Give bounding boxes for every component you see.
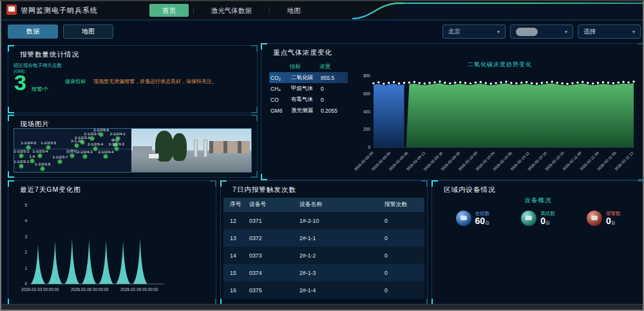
sensor-dot[interactable]: 1-1/2/3-8: [40, 166, 45, 171]
table-row[interactable]: 1503742#-1-30: [223, 264, 424, 281]
sensor-dot[interactable]: 1-1/2/3-2: [19, 153, 24, 158]
data-button[interactable]: 数据: [8, 24, 58, 39]
sensor-dot[interactable]: 1-1/2/3-1: [19, 164, 24, 169]
table-cell: 0373: [249, 252, 299, 259]
gas-table-row[interactable]: CH₄甲烷气体0: [269, 83, 348, 94]
device-overview-label: 设备概况: [432, 196, 644, 205]
region-select[interactable]: 北京 ▾: [442, 24, 506, 39]
device-stat: 报警数0台: [587, 211, 621, 227]
gate-pillar: [194, 140, 198, 157]
sensor-dot-label: 2-1/2/4-3: [77, 150, 93, 154]
device-icon: [587, 211, 602, 226]
map-button[interactable]: 地图: [63, 24, 113, 39]
svg-text:2026-02-09 00:00:00: 2026-02-09 00:00:00: [120, 287, 158, 292]
building-left: [133, 146, 152, 153]
gm-chart-title: 最近7天GM变化图: [20, 185, 81, 194]
table-cell: 16: [230, 287, 249, 294]
tab-laser-gas-data[interactable]: 激光气体数据: [198, 4, 265, 17]
window-footer-bar: [1, 304, 643, 310]
app-logo-icon: [6, 5, 17, 15]
gas-table-row[interactable]: GM6激光侧漏0.2055: [269, 105, 348, 116]
gate-pillar: [204, 140, 207, 157]
gas-cell: CH₄: [270, 86, 291, 92]
sensor-dot-label: 2-1/2/3-3: [109, 142, 124, 146]
sensor-dot[interactable]: 2-1/2/3-3: [114, 146, 119, 151]
svg-text:800: 800: [363, 73, 370, 78]
table-cell: 0: [384, 270, 424, 276]
sensor-dot[interactable]: 2-1/2/4-4: [103, 154, 108, 159]
stat-value: 60台: [475, 216, 490, 227]
sensor-dot-label: 2-1/2/4-1: [110, 132, 126, 136]
sensor-dot-label: 2-1/2/4-4: [98, 150, 113, 154]
device-stat: 离线数0台: [521, 211, 555, 227]
tree: [172, 133, 186, 161]
chevron-down-icon: ▾: [632, 29, 635, 35]
alarm-count-unit: 报警/个: [32, 86, 48, 93]
table-cell: 0374: [249, 270, 299, 276]
nav-tabs: 首页 | 激光气体数据 | 地图: [149, 1, 314, 19]
gas-table-header: 指标 浓度: [269, 63, 345, 71]
sensor-dot[interactable]: 合作社: [70, 153, 75, 158]
gas-cell: 855.5: [321, 75, 346, 81]
region-select-value: 北京: [448, 28, 460, 36]
table-cell: 15: [230, 270, 249, 276]
street-photo: [131, 129, 251, 172]
sensor-dot[interactable]: 2-1/2/3-4: [93, 146, 98, 151]
table-cell: 12: [230, 218, 249, 224]
stat-value: 0台: [606, 216, 621, 227]
sensor-dot-label: 1-1/2/3-8: [35, 162, 50, 166]
chevron-down-icon: ▾: [565, 29, 567, 35]
table-cell: 2#-1-3: [299, 270, 384, 276]
sensor-dot-label: 1-1/2/3-5: [41, 141, 56, 145]
sensor-dot-label: 2-1-10: [71, 139, 82, 143]
table-row[interactable]: 1603752#-1-40: [223, 281, 424, 299]
gas-cell: GM6: [270, 108, 291, 114]
svg-text:0: 0: [368, 145, 370, 149]
svg-text:1: 1: [24, 266, 27, 270]
mode-select[interactable]: 选择 ▾: [578, 24, 641, 39]
sensor-dot-label: 1-4: [29, 155, 35, 158]
nav-curve-decoration: [352, 1, 404, 19]
site-photo-title: 现场图片: [20, 120, 50, 129]
gas-cell: 0.2055: [321, 108, 346, 114]
svg-text:5: 5: [24, 203, 27, 207]
mode-select-value: 选择: [583, 28, 596, 36]
gas-table-row[interactable]: CO₂二氧化碳855.5: [269, 72, 348, 83]
table-cell: 2#-1-1: [299, 235, 384, 241]
table-cell: 14: [230, 252, 249, 259]
svg-text:600: 600: [363, 91, 370, 96]
gas-cell: CO₂: [270, 75, 291, 81]
alarm-stats-panel: 报警数量统计情况 辖区现有电子哨兵总数 (GM): 3 报警/个 健康指标 现场…: [8, 45, 258, 113]
table-row[interactable]: 1203711#-2-100: [223, 212, 424, 229]
device-icon: [521, 211, 536, 226]
table-cell: 13: [230, 235, 249, 241]
sensor-dot[interactable]: 1-4: [30, 158, 35, 164]
sensor-dot[interactable]: 1-1/2/3-4: [37, 153, 43, 158]
sensor-dot-label: 2-1/2/3-4: [88, 142, 103, 146]
sensor-dot[interactable]: 2-1/2/4-3: [82, 154, 88, 159]
table-cell: 0372: [249, 235, 299, 241]
sensor-dot[interactable]: 2-1-10: [74, 143, 79, 148]
device-select[interactable]: ▾: [510, 24, 573, 39]
dashboard-screen: 管网监测电子哨兵系统 首页 | 激光气体数据 | 地图 数据 地图 北京 ▾ ▾…: [0, 0, 644, 311]
tab-map[interactable]: 地图: [274, 4, 314, 17]
sensor-dot[interactable]: 1-1/2/3-7: [57, 159, 62, 164]
table-cell: 0375: [249, 287, 299, 294]
table-row[interactable]: 1303722#-1-10: [223, 229, 424, 247]
table-row[interactable]: 1403732#-1-20: [223, 247, 424, 264]
alarm-trigger-title: 7日内报警触发次数: [232, 185, 296, 194]
device-stats: 在线数60台离线数0台报警数0台: [440, 211, 636, 227]
top-nav: 管网监测电子哨兵系统 首页 | 激光气体数据 | 地图: [1, 1, 643, 21]
svg-text:0: 0: [24, 281, 27, 286]
gas-cell: 0: [321, 86, 346, 92]
alarm-trigger-panel: 7日内报警触发次数 序号 设备号 设备名称 报警次数 1203711#-2-10…: [220, 180, 428, 305]
device-stat: 在线数60台: [456, 211, 490, 227]
sensor-dot-label: 合作社: [66, 149, 78, 153]
tab-home[interactable]: 首页: [149, 4, 189, 17]
gas-table-row[interactable]: CO有毒气体0: [269, 94, 348, 105]
device-status-panel: 区域内设备情况 设备概况 在线数60台离线数0台报警数0台: [431, 180, 644, 305]
chevron-down-icon: ▾: [497, 29, 500, 35]
gas-table-body: CO₂二氧化碳855.5CH₄甲烷气体0CO有毒气体0GM6激光侧漏0.2055: [269, 72, 348, 116]
gas-cell: 激光侧漏: [291, 107, 321, 115]
site-photo-frame[interactable]: 2-1/2/5-62-1/2/3-72-1/2/4-12-1/2/3-6中心2-…: [14, 128, 252, 173]
